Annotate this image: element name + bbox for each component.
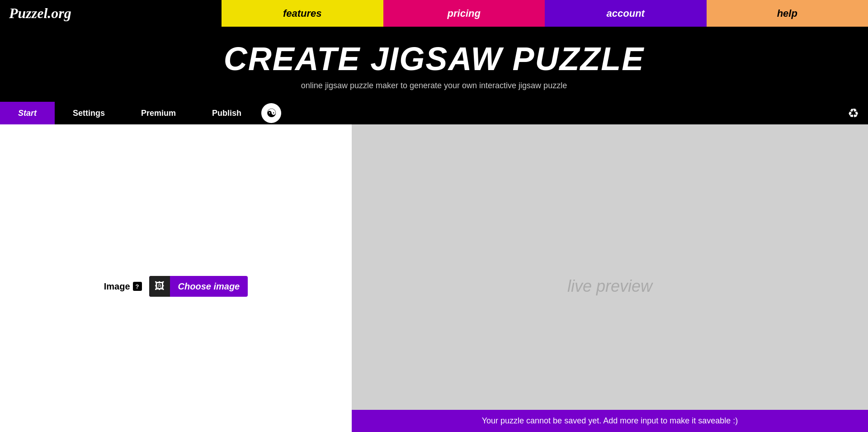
live-preview-label: live preview [567,277,652,296]
yin-yang-icon[interactable]: ☯ [261,103,281,123]
nav-account[interactable]: account [545,0,707,27]
tab-bar: Start Settings Premium Publish ☯ ♻ [0,102,868,124]
tab-premium[interactable]: Premium [123,102,194,124]
tab-settings[interactable]: Settings [55,102,123,124]
image-help-icon[interactable]: ? [133,282,142,291]
bottom-bar: Your puzzle cannot be saved yet. Add mor… [352,410,868,432]
logo[interactable]: Puzzel.org [9,5,71,22]
hero-subtitle: online jigsaw puzzle maker to generate y… [9,81,859,90]
logo-area: Puzzel.org [0,0,222,27]
right-panel: live preview [352,124,868,432]
left-panel: Image ? 🖼 Choose image [0,124,352,432]
top-nav: Puzzel.org features pricing account help [0,0,868,27]
tab-start[interactable]: Start [0,102,55,124]
recycle-icon[interactable]: ♻ [848,106,859,121]
image-row: Image ? 🖼 Choose image [104,276,248,297]
nav-pricing[interactable]: pricing [383,0,545,27]
choose-image-button[interactable]: 🖼 Choose image [149,276,248,297]
hero-title: CREATE JIGSAW PUZZLE [9,40,859,77]
image-upload-icon: 🖼 [149,276,170,297]
tab-publish[interactable]: Publish [194,102,259,124]
main-content: Image ? 🖼 Choose image live preview [0,124,868,432]
image-label: Image ? [104,281,142,292]
hero-section: CREATE JIGSAW PUZZLE online jigsaw puzzl… [0,27,868,102]
nav-features[interactable]: features [222,0,383,27]
nav-help[interactable]: help [707,0,868,27]
